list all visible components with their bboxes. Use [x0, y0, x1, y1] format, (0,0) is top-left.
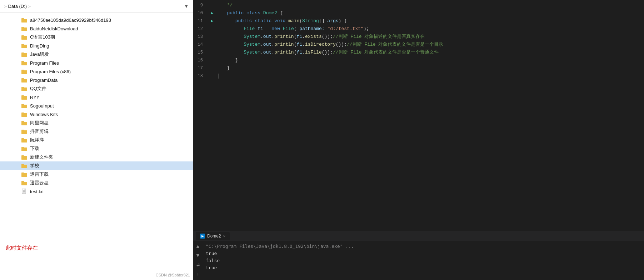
folder-icon [21, 44, 27, 48]
file-item[interactable]: 学校 [0, 161, 193, 170]
line-content: System.out.println(f1.isDirectory());//判… [217, 41, 644, 49]
code-line: 10 ▶ public class Dome2 { [193, 9, 644, 17]
breadcrumb-dropdown[interactable]: ▼ [184, 4, 189, 9]
svg-rect-38 [21, 122, 27, 125]
file-name: 阮洋洋 [30, 137, 44, 143]
svg-rect-5 [21, 28, 27, 31]
svg-rect-14 [21, 53, 27, 57]
file-explorer-panel: > Data (D:) > ▼ a84750ae105da9d6ac93929b… [0, 0, 193, 280]
svg-rect-44 [21, 139, 27, 142]
folder-icon [21, 52, 27, 57]
terminal-close-btn[interactable]: × [223, 234, 225, 238]
folder-icon [21, 112, 27, 117]
file-item[interactable]: 阿里网盘 [0, 119, 193, 127]
folder-icon [21, 61, 27, 65]
terminal-section: ▲ ▼ ⇄ ↓ "C:\Program Files\Java\jdk1.8.0_… [193, 241, 644, 280]
line-content: */ [217, 1, 644, 9]
file-item[interactable]: 新建文件夹 [0, 153, 193, 161]
file-name: 新建文件夹 [30, 154, 53, 160]
folder-icon [21, 129, 27, 134]
code-line: 16 } [193, 56, 644, 64]
file-name: DingDing [30, 43, 49, 49]
terminal-cmd-line: "C:\Program Files\Java\jdk1.8.0_192\bin\… [206, 243, 641, 250]
svg-rect-35 [21, 113, 27, 117]
line-content: public class Dome2 { [217, 9, 644, 17]
line-number: 10 [193, 9, 207, 17]
file-item[interactable]: Program Files [0, 59, 193, 67]
folder-icon [21, 78, 27, 82]
file-item[interactable]: 迅雷下载 [0, 170, 193, 179]
svg-rect-56 [21, 173, 27, 177]
line-number: 14 [193, 41, 207, 49]
run-icon: ▶ [200, 234, 205, 239]
file-item[interactable]: Java研发 [0, 50, 193, 59]
file-name: C语言103期 [30, 34, 55, 40]
svg-rect-20 [21, 70, 27, 74]
caption-note: 此时文件存在 [6, 245, 38, 251]
file-name: 迅雷下载 [30, 171, 49, 178]
file-item[interactable]: 阮洋洋 [0, 136, 193, 144]
file-item[interactable]: QQ文件 [0, 84, 193, 93]
line-content: public static void main(String[] args) { [217, 17, 644, 25]
svg-rect-59 [21, 182, 27, 185]
breadcrumb[interactable]: > Data (D:) > ▼ [0, 0, 193, 13]
code-line: 15 System.out.println(f1.isFile());//判断 … [193, 49, 644, 56]
file-item[interactable]: ProgramData [0, 76, 193, 84]
folder-icon [21, 86, 27, 91]
terminal-side-buttons: ▲ ▼ ⇄ ↓ [193, 241, 203, 280]
line-content: } [217, 56, 644, 64]
file-item[interactable]: 迅雷云盘 [0, 179, 193, 187]
breadcrumb-chevron-left: > [4, 4, 6, 9]
line-content: System.out.println(f1.isFile());//判断 Fil… [217, 49, 644, 56]
file-item[interactable]: test.txt [0, 187, 193, 196]
folder-icon [21, 146, 27, 151]
code-line: 9 */ [193, 1, 644, 9]
file-item[interactable]: DingDing [0, 41, 193, 50]
svg-rect-53 [21, 165, 27, 168]
file-item[interactable]: a84750ae105da9d6ac93929bf346d193 [0, 16, 193, 24]
file-name: RYY [30, 95, 40, 100]
line-gutter: ▶ [207, 9, 217, 17]
file-item[interactable]: BaiduNetdiskDownload [0, 24, 193, 33]
folder-icon [21, 172, 27, 177]
file-list: a84750ae105da9d6ac93929bf346d193 BaiduNe… [0, 13, 193, 259]
file-item[interactable]: 抖音剪辑 [0, 127, 193, 136]
file-name: SogouInput [30, 103, 54, 109]
folder-icon [21, 35, 27, 40]
folder-icon [21, 121, 27, 125]
file-item[interactable]: Windows Kits [0, 110, 193, 119]
code-line: 14 System.out.println(f1.isDirectory());… [193, 41, 644, 49]
folder-icon [21, 26, 27, 31]
main-layout: > Data (D:) > ▼ a84750ae105da9d6ac93929b… [0, 0, 644, 280]
scroll-up-btn[interactable]: ▲ [195, 243, 201, 249]
code-line: 13 System.out.println(f1.exists());//判断 … [193, 33, 644, 41]
file-name: Java研发 [30, 51, 49, 58]
file-name: Program Files (x86) [30, 69, 71, 74]
line-content: } [217, 64, 644, 72]
code-editor[interactable]: 9 */ 10 ▶ public class Dome2 { 11 ▶ publ… [193, 0, 644, 231]
terminal-output-line: false [206, 257, 641, 264]
scroll-down-btn[interactable]: ▼ [195, 252, 201, 259]
code-line: 11 ▶ public static void main(String[] ar… [193, 17, 644, 25]
code-line: 18 [193, 72, 644, 80]
breadcrumb-drive[interactable]: Data (D:) [8, 4, 27, 9]
folder-icon [21, 18, 27, 22]
file-item[interactable]: SogouInput [0, 101, 193, 110]
line-number: 15 [193, 49, 207, 56]
file-item[interactable]: Program Files (x86) [0, 67, 193, 76]
breadcrumb-chevron-right: > [28, 4, 30, 9]
terminal-output: "C:\Program Files\Java\jdk1.8.0_192\bin\… [203, 241, 644, 280]
file-item[interactable]: 下载 [0, 144, 193, 153]
code-editor-panel: 9 */ 10 ▶ public class Dome2 { 11 ▶ publ… [193, 0, 644, 280]
folder-icon [21, 69, 27, 74]
svg-rect-26 [21, 88, 27, 91]
code-line: 17 } [193, 64, 644, 72]
wrap-btn[interactable]: ⇄ [195, 261, 201, 268]
file-item[interactable]: RYY [0, 93, 193, 101]
folder-icon [21, 164, 27, 168]
file-name: 阿里网盘 [30, 120, 49, 126]
file-item[interactable]: C语言103期 [0, 33, 193, 41]
svg-rect-2 [21, 19, 27, 22]
pin-btn[interactable]: ↓ [195, 271, 201, 277]
terminal-tab-dome2[interactable]: ▶ Dome2 × [196, 232, 230, 240]
